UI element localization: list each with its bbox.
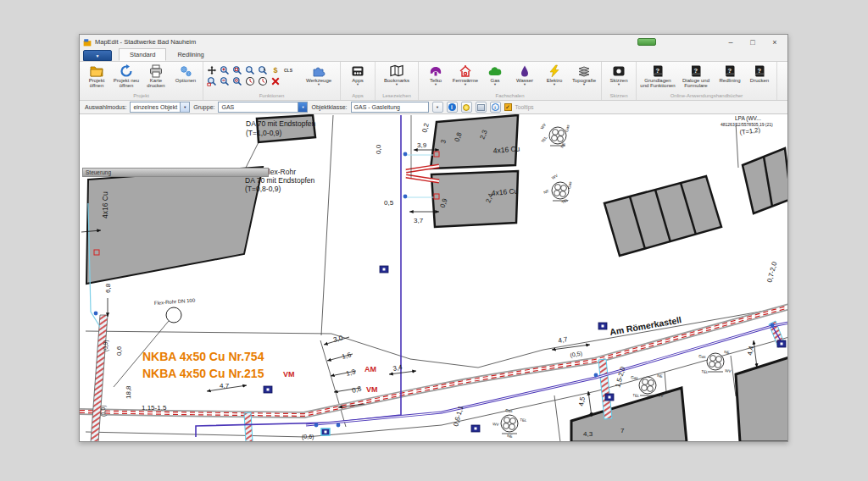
- hint-button[interactable]: [461, 102, 472, 113]
- svg-text:WV: WV: [725, 368, 732, 373]
- handbuch-dialoge-button[interactable]: Dialoge und Formulare: [677, 63, 715, 90]
- title-bar[interactable]: MapEdit - Stadtwerke Bad Nauheim – □ ×: [80, 35, 787, 49]
- zoom-in-button[interactable]: [219, 64, 231, 75]
- bookmarks-button[interactable]: Bookmarks▼: [378, 63, 415, 87]
- cancel-action-button[interactable]: [270, 75, 281, 86]
- close-button[interactable]: ×: [764, 36, 786, 48]
- zoom-window-button[interactable]: [231, 64, 243, 75]
- tab-standard[interactable]: Standard: [119, 48, 166, 61]
- ribbon-group-fachschalen: Telko▼ Fernwärme▼ Gas▼ Wasser▼ Elektro▼ …: [419, 62, 602, 100]
- zoom-prev-button[interactable]: [206, 75, 218, 86]
- skizzen-button[interactable]: Skizzen▼: [604, 63, 633, 87]
- clock-icon: [258, 76, 268, 86]
- layers-icon: [577, 64, 591, 78]
- refresh-icon: [120, 64, 133, 78]
- optionen-button[interactable]: Optionen: [171, 63, 200, 84]
- file-menu-button[interactable]: ▼: [83, 50, 112, 61]
- select-icon: [258, 65, 268, 75]
- topografie-button[interactable]: Topografie▼: [570, 63, 598, 87]
- ribbon-group-projekt: Projekt öffnen Projekt neu öffnen Karte …: [80, 62, 203, 100]
- object-info-button[interactable]: i: [447, 102, 458, 113]
- zoom-time-button[interactable]: [244, 75, 256, 86]
- folder-open-icon: [90, 64, 103, 78]
- sketch-icon: [612, 64, 626, 78]
- map-viewport[interactable]: Steuerung: [80, 114, 787, 441]
- zoom-object-button[interactable]: [244, 64, 256, 75]
- svg-text:4,3: 4,3: [583, 430, 593, 438]
- werkzeuge-button[interactable]: Werkzeuge▼: [300, 63, 337, 87]
- svg-text:6,8: 6,8: [104, 283, 112, 293]
- map-book-icon: [390, 64, 403, 78]
- zoom-object-icon: [245, 65, 255, 75]
- chevron-down-icon: ▼: [582, 83, 586, 86]
- button-label: Projekt neu öffnen: [113, 78, 140, 89]
- water-drop-icon: [518, 64, 531, 78]
- svg-text:0,7-2,0: 0,7-2,0: [765, 261, 778, 284]
- tab-redlining[interactable]: Redlining: [166, 48, 214, 61]
- gas-button[interactable]: Gas▼: [481, 63, 509, 87]
- wasser-button[interactable]: Wasser▼: [510, 63, 539, 87]
- layer-button[interactable]: [476, 102, 487, 113]
- selection-toolbar: Auswahlmodus: einzelnes Objekt▼ Gruppe: …: [80, 101, 787, 114]
- button-label: Karte drucken: [142, 78, 170, 89]
- svg-text:0,6: 0,6: [115, 346, 123, 356]
- button-label: Redlining: [719, 78, 740, 83]
- auswahlmodus-label: Auswahlmodus:: [85, 104, 126, 110]
- cls-button[interactable]: CLS: [282, 64, 294, 75]
- manual-book-icon: [689, 64, 703, 78]
- handbuch-grundlagen-button[interactable]: Grundlagen und Funktionen: [639, 63, 676, 90]
- svg-text:NKBA 4x50 Cu Nr.754: NKBA 4x50 Cu Nr.754: [142, 350, 264, 363]
- auswahlmodus-select[interactable]: einzelnes Objekt▼: [130, 102, 190, 113]
- ribbon-group-apps: Apps▼ Apps: [341, 62, 376, 100]
- tooltips-checkbox[interactable]: ✓: [504, 103, 512, 111]
- fernwaerme-button[interactable]: Fernwärme▼: [451, 63, 480, 87]
- manual-book-icon: [753, 64, 766, 78]
- minimize-button[interactable]: –: [720, 36, 742, 48]
- svg-text:4x16 Cu: 4x16 Cu: [101, 191, 109, 218]
- svg-text:Am Römerkastell: Am Römerkastell: [609, 314, 682, 337]
- steuerung-panel-header[interactable]: Steuerung: [82, 168, 269, 177]
- projekt-oeffnen-button[interactable]: Projekt öffnen: [82, 63, 111, 90]
- chevron-down-icon: ▼: [617, 83, 620, 86]
- group-label-fachschalen: Fachschalen: [421, 93, 598, 100]
- svg-text:Gas: Gas: [505, 408, 514, 413]
- chevron-down-icon: ▼: [464, 83, 467, 86]
- select-button[interactable]: [257, 64, 269, 75]
- chevron-down-icon: ▼: [434, 83, 437, 86]
- title-badge: [637, 38, 656, 46]
- chevron-down-icon: ▼: [395, 83, 398, 86]
- chevron-down-icon: ▼: [317, 83, 320, 86]
- zoom-extent-icon: [232, 76, 242, 86]
- apps-button[interactable]: Apps▼: [343, 63, 372, 87]
- about-button[interactable]: i: [490, 102, 501, 113]
- handbuch-redlining-button[interactable]: Redlining: [715, 63, 744, 84]
- zoom-window-icon: [232, 65, 242, 75]
- karte-drucken-button[interactable]: Karte drucken: [142, 63, 170, 90]
- chevron-down-icon: ▼: [493, 83, 497, 86]
- maximize-button[interactable]: □: [742, 36, 764, 48]
- svg-text:(T=1,0-0,9): (T=1,0-0,9): [246, 129, 281, 137]
- ribbon-group-funktionen: $ CLS Werkzeuge▼ Funktionen: [203, 62, 341, 100]
- pan-button[interactable]: [206, 64, 218, 75]
- svg-text:0,6-1,1: 0,6-1,1: [452, 405, 465, 428]
- svg-text:WV: WV: [492, 422, 500, 427]
- clock-button[interactable]: [257, 75, 269, 86]
- zoom-in-icon: [220, 65, 230, 75]
- zoom-extent-button[interactable]: [231, 75, 243, 86]
- map-canvas[interactable]: DA 70 mit Endstopfen(T=1,0-0,9)Kabu-Flex…: [80, 114, 787, 441]
- objektklasse-select[interactable]: GAS - Gasleitung: [351, 102, 429, 113]
- svg-text:1,15-1,5: 1,15-1,5: [142, 404, 167, 412]
- ribbon: Projekt öffnen Projekt neu öffnen Karte …: [80, 62, 787, 101]
- cls-label: CLS: [284, 68, 292, 73]
- elektro-button[interactable]: Elektro▼: [540, 63, 569, 87]
- telko-button[interactable]: Telko▼: [421, 63, 450, 87]
- chevron-down-icon: ▼: [298, 102, 307, 112]
- handbuch-drucken-button[interactable]: Drucken: [745, 63, 774, 84]
- kosten-button[interactable]: $: [270, 64, 281, 75]
- objektklasse-dropdown-button[interactable]: ▼: [432, 102, 443, 113]
- gruppe-select[interactable]: GAS▼: [218, 102, 308, 113]
- button-label: Projekt öffnen: [83, 78, 110, 89]
- zoom-out-button[interactable]: [219, 75, 231, 86]
- projekt-neu-oeffnen-button[interactable]: Projekt neu öffnen: [112, 63, 141, 90]
- svg-text:AM: AM: [364, 365, 376, 373]
